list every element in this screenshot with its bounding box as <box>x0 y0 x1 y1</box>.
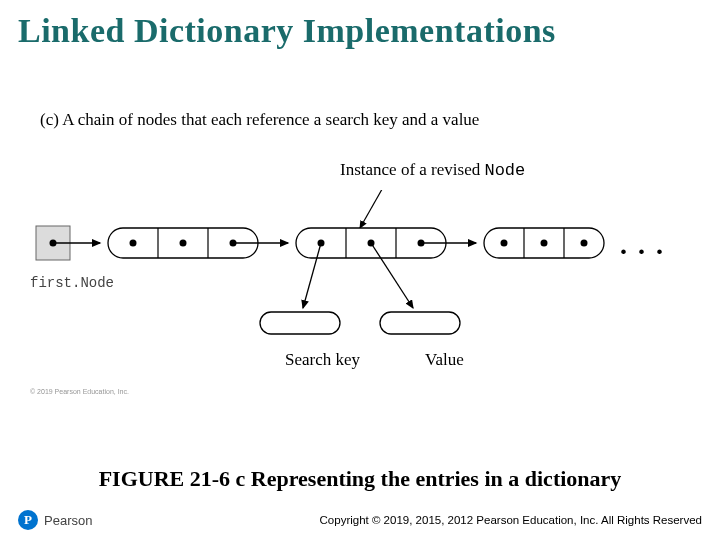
sub-caption-text: A chain of nodes that each reference a s… <box>62 110 479 129</box>
svg-rect-27 <box>380 312 460 334</box>
tiny-copyright: © 2019 Pearson Education, Inc. <box>30 388 129 395</box>
diagram-svg <box>30 190 670 374</box>
footer-copyright: Copyright © 2019, 2015, 2012 Pearson Edu… <box>320 514 702 526</box>
svg-point-8 <box>180 240 187 247</box>
brand-name: Pearson <box>44 513 92 528</box>
slide-title: Linked Dictionary Implementations <box>0 0 720 50</box>
instance-label: Instance of a revised Node <box>340 160 525 180</box>
pearson-logo-icon: P <box>18 510 38 530</box>
svg-point-22 <box>541 240 548 247</box>
svg-line-0 <box>360 190 385 228</box>
figure-caption: FIGURE 21-6 c Representing the entries i… <box>0 466 720 492</box>
search-key-label: Search key <box>285 350 360 370</box>
svg-point-7 <box>130 240 137 247</box>
sub-caption-prefix: (c) <box>40 110 62 129</box>
ellipsis: . . . <box>620 229 665 261</box>
instance-label-text: Instance of a revised <box>340 160 484 179</box>
diagram-area: (c) A chain of nodes that each reference… <box>30 100 690 420</box>
first-node-label: first.Node <box>30 275 114 291</box>
instance-label-mono: Node <box>484 161 525 180</box>
svg-point-23 <box>581 240 588 247</box>
svg-rect-26 <box>260 312 340 334</box>
sub-caption: (c) A chain of nodes that each reference… <box>40 110 479 130</box>
svg-point-21 <box>501 240 508 247</box>
footer: P Pearson Copyright © 2019, 2015, 2012 P… <box>0 510 720 530</box>
value-label: Value <box>425 350 464 370</box>
